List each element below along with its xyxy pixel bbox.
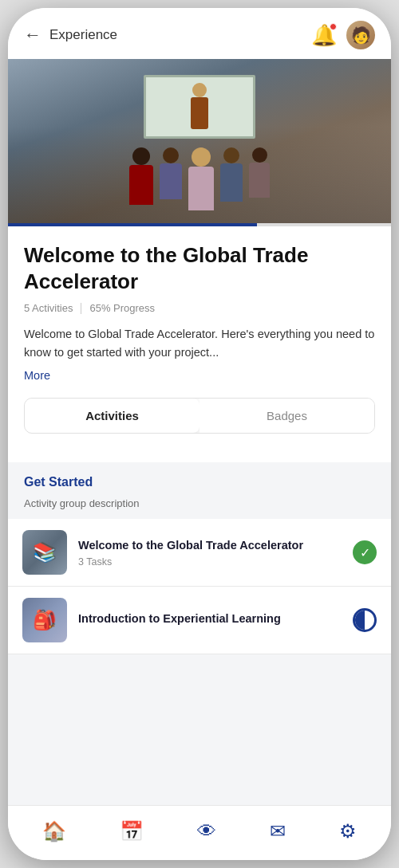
activity-status-partial (353, 608, 377, 632)
tabs-container: Activities Badges (24, 398, 375, 434)
activity-info-1: Welcome to the Global Trade Accelerator … (78, 538, 342, 568)
tab-activities[interactable]: Activities (25, 399, 200, 433)
notification-button[interactable]: 🔔 (311, 23, 337, 48)
complete-icon: ✓ (353, 540, 377, 564)
avatar[interactable]: 🧑 (346, 21, 375, 49)
activities-count: 5 Activities (24, 302, 73, 314)
tab-badges[interactable]: Badges (200, 399, 374, 433)
activity-thumb-1: 📚 (22, 530, 67, 575)
books-icon: 📚 (22, 530, 67, 575)
page-title: Experience (49, 27, 117, 43)
experience-title: Welcome to the Global Trade Accelerator (24, 242, 375, 294)
partial-icon (353, 608, 377, 632)
header: ← Experience 🔔 🧑 (8, 8, 391, 59)
activity-name-1: Welcome to the Global Trade Accelerator (78, 538, 342, 553)
nav-messages[interactable]: ✉ (260, 817, 295, 846)
content-section: Welcome to the Global Trade Accelerator … (8, 226, 391, 398)
bottom-nav: 🏠 📅 👁 ✉ ⚙ (8, 805, 391, 860)
nav-calendar[interactable]: 📅 (110, 817, 153, 846)
calendar-icon: 📅 (120, 820, 144, 842)
header-left: ← Experience (24, 25, 117, 45)
nav-home[interactable]: 🏠 (33, 817, 76, 846)
more-link[interactable]: More (24, 369, 50, 382)
back-button[interactable]: ← (24, 25, 41, 45)
progress-label: 65% Progress (89, 302, 155, 314)
student-1 (129, 147, 153, 210)
description-text: Welcome to Global Trade Accelerator. Her… (24, 325, 375, 362)
nav-settings[interactable]: ⚙ (330, 817, 366, 846)
section-header: Get Started (8, 462, 391, 494)
meta-row: 5 Activities 65% Progress (24, 302, 375, 314)
section-title: Get Started (24, 475, 375, 489)
avatar-emoji: 🧑 (351, 26, 371, 45)
student-3 (188, 147, 214, 210)
students-group (8, 147, 391, 210)
teacher-figure (191, 83, 208, 129)
hero-progress-fill (8, 223, 257, 226)
home-icon: 🏠 (42, 820, 66, 842)
student-5 (249, 147, 270, 210)
hero-classroom-bg (8, 59, 391, 226)
activity-item-1[interactable]: 📚 Welcome to the Global Trade Accelerato… (8, 519, 391, 587)
header-right: 🔔 🧑 (311, 21, 375, 49)
nav-explore[interactable]: 👁 (188, 817, 226, 846)
hero-progress-bar (8, 223, 391, 226)
eye-icon: 👁 (197, 820, 216, 842)
student-2 (160, 147, 182, 210)
tabs-wrapper: Activities Badges (8, 398, 391, 450)
activity-info-2: Introduction to Experiential Learning (78, 611, 342, 630)
section-description: Activity group description (8, 494, 391, 519)
activity-thumb-2: 🎒 (22, 598, 67, 642)
activities-section: Get Started Activity group description 📚… (8, 462, 391, 805)
learning-icon: 🎒 (22, 598, 67, 642)
gear-icon: ⚙ (339, 820, 357, 842)
student-4 (220, 147, 243, 210)
meta-divider (81, 303, 81, 314)
mail-icon: ✉ (270, 820, 286, 842)
activity-status-complete: ✓ (353, 540, 377, 564)
teacher-body (191, 97, 208, 129)
hero-image (8, 59, 391, 226)
teacher-head (192, 83, 207, 97)
activity-item-2[interactable]: 🎒 Introduction to Experiential Learning (8, 587, 391, 654)
activity-name-2: Introduction to Experiential Learning (78, 611, 342, 626)
phone-frame: ← Experience 🔔 🧑 (8, 8, 391, 860)
notification-dot (330, 23, 337, 30)
activity-tasks-1: 3 Tasks (78, 556, 342, 568)
